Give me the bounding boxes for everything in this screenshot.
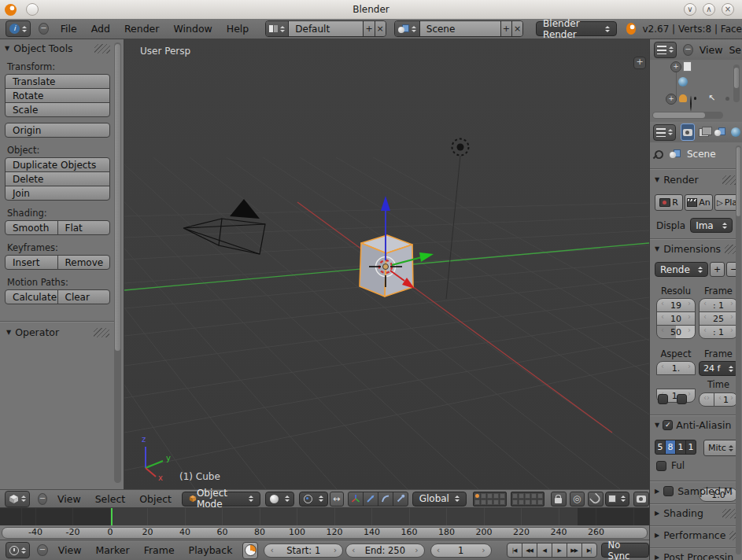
menu-frame[interactable]: Frame: [137, 544, 182, 556]
scale-manipulator-button[interactable]: [393, 492, 408, 507]
panel-header-performance[interactable]: ▶ Performance: [655, 529, 738, 541]
time-display-toggle-button[interactable]: [242, 542, 258, 559]
transform-orientation-select[interactable]: Global: [412, 492, 467, 507]
collapse-menus-button[interactable]: −: [38, 493, 47, 505]
add-preset-button[interactable]: +: [710, 262, 725, 277]
snap-proportional-button[interactable]: ◎: [570, 492, 585, 507]
jump-to-start-button[interactable]: |◀: [507, 543, 522, 558]
start-frame-field[interactable]: Start: 1: [264, 543, 343, 558]
sync-mode-select[interactable]: No Sync: [601, 543, 649, 558]
lock-to-scene-button[interactable]: [551, 492, 567, 507]
outliner-tree[interactable]: + + ↖: [650, 60, 742, 123]
border-checkbox[interactable]: [658, 394, 668, 404]
collapse-menus-button[interactable]: −: [37, 544, 48, 556]
sampled-motion-blur-checkbox[interactable]: [663, 486, 674, 496]
timeline-ruler[interactable]: -40 -20 0 20 40 60 80 100 120 140 160 18…: [0, 525, 649, 540]
render-presets-select[interactable]: Rende: [655, 262, 708, 277]
menu-window[interactable]: Window: [166, 23, 219, 35]
expand-object-button[interactable]: +: [666, 94, 677, 105]
resolution-x-field[interactable]: 19: [656, 298, 696, 312]
layer-group-2[interactable]: [511, 492, 545, 507]
screen-layout-browse-button[interactable]: [266, 21, 289, 36]
tool-shelf-scrollbar[interactable]: [114, 42, 121, 483]
viewport-3d[interactable]: User Persp (1) Cube z y x +: [124, 39, 649, 489]
menu-file[interactable]: File: [54, 23, 84, 35]
mode-select[interactable]: Object Mode: [182, 492, 260, 507]
render-still-button[interactable]: R: [655, 194, 683, 211]
time-remap-old-field[interactable]: [699, 392, 714, 407]
scene-browse-button[interactable]: [395, 21, 420, 36]
play-reverse-button[interactable]: ◀: [537, 543, 552, 558]
smooth-button[interactable]: Smooth: [5, 220, 58, 235]
panel-header-antialiasing[interactable]: ▼ ✓ Anti-Aliasin: [655, 419, 738, 431]
outliner-hscrollbar[interactable]: [652, 112, 723, 119]
region-expand-button[interactable]: +: [633, 57, 646, 69]
editor-type-button-timeline[interactable]: [6, 542, 30, 558]
translate-manipulator-button[interactable]: [363, 492, 378, 507]
panel-drag-widget[interactable]: [94, 328, 109, 337]
next-keyframe-button[interactable]: ▶▶: [567, 543, 582, 558]
timeline-track[interactable]: [0, 508, 649, 525]
join-button[interactable]: Join: [5, 186, 110, 201]
menu-render[interactable]: Render: [117, 23, 167, 35]
menu-select[interactable]: Select: [88, 493, 133, 505]
antialiasing-checkbox[interactable]: ✓: [663, 420, 673, 430]
menu-object[interactable]: Object: [132, 493, 179, 505]
current-frame-field[interactable]: 1: [430, 543, 492, 558]
panel-header-sampled-motion-blur[interactable]: ▶ Sampled M: [655, 485, 738, 497]
framerate-select[interactable]: 24 f: [699, 361, 738, 376]
panel-header-object-tools[interactable]: ▼ Object Tools: [5, 42, 110, 54]
remove-keyframe-button[interactable]: Remove: [57, 255, 111, 270]
add-scene-button[interactable]: +: [501, 21, 512, 36]
rotate-manipulator-button[interactable]: [378, 492, 393, 507]
tab-world[interactable]: [729, 123, 742, 141]
flat-button[interactable]: Flat: [57, 220, 111, 235]
full-sample-checkbox[interactable]: [656, 461, 666, 471]
delete-scene-button[interactable]: ×: [512, 21, 522, 36]
aa-samples-5-button[interactable]: 5: [655, 440, 666, 455]
aa-samples-11-button[interactable]: 1: [675, 440, 686, 455]
translate-button[interactable]: Translate: [5, 74, 110, 89]
outliner-vscrollbar[interactable]: [733, 64, 740, 102]
menu-view[interactable]: View: [695, 44, 728, 56]
breadcrumb-scene[interactable]: Scene: [687, 149, 716, 160]
calculate-paths-button[interactable]: Calculate: [5, 289, 58, 304]
snap-element-select[interactable]: [605, 492, 629, 507]
aspect-x-field[interactable]: 1.: [656, 361, 696, 375]
delete-layout-button[interactable]: ×: [375, 21, 386, 36]
jump-to-end-button[interactable]: ▶|: [581, 543, 597, 558]
menu-view[interactable]: View: [50, 493, 88, 505]
pin-icon[interactable]: [653, 148, 666, 160]
menu-add[interactable]: Add: [84, 23, 117, 35]
time-remap-new-field[interactable]: 1: [714, 392, 738, 407]
menu-view[interactable]: View: [51, 544, 89, 556]
end-frame-field[interactable]: End: 250: [345, 543, 425, 558]
frame-step-field[interactable]: : 1: [699, 325, 738, 339]
opengl-render-button[interactable]: [633, 492, 649, 507]
menu-search[interactable]: Se: [727, 44, 742, 56]
aa-samples-16-button[interactable]: 1: [685, 440, 696, 455]
panel-header-render[interactable]: ▼ Render: [655, 174, 738, 186]
add-layout-button[interactable]: +: [364, 21, 375, 36]
editor-type-button-outliner[interactable]: [654, 42, 677, 58]
tab-render[interactable]: [681, 123, 695, 141]
menu-marker[interactable]: Marker: [88, 544, 136, 556]
viewport-shading-select[interactable]: [265, 492, 294, 507]
scale-button[interactable]: Scale: [5, 102, 110, 117]
panel-drag-widget[interactable]: [94, 44, 110, 53]
collapse-menus-button[interactable]: −: [39, 23, 49, 35]
collapse-menus-button[interactable]: −: [683, 44, 693, 56]
properties-scrollbar[interactable]: [736, 146, 741, 554]
menu-help[interactable]: Help: [220, 23, 257, 35]
aa-filter-select[interactable]: Mitc: [703, 440, 738, 456]
tab-render-layers[interactable]: [697, 123, 711, 141]
pivot-point-select[interactable]: [299, 492, 328, 507]
origin-button[interactable]: Origin: [5, 123, 110, 138]
resolution-percentage-slider[interactable]: 50: [656, 325, 696, 339]
aa-samples-8-button[interactable]: 8: [665, 440, 676, 455]
rotate-button[interactable]: Rotate: [5, 88, 110, 103]
editor-type-button-3dview[interactable]: [5, 491, 30, 507]
display-mode-select[interactable]: Ima: [690, 218, 733, 233]
duplicate-objects-button[interactable]: Duplicate Objects: [5, 157, 110, 172]
resolution-y-field[interactable]: 10: [656, 311, 696, 326]
